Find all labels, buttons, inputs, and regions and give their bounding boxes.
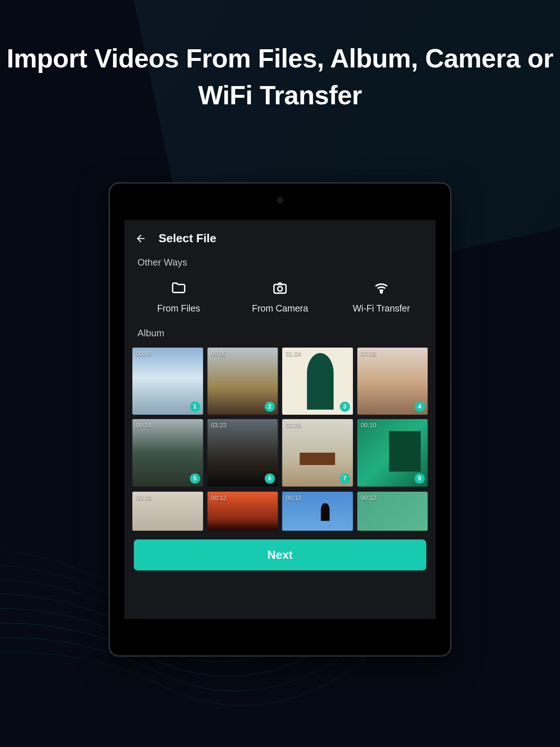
header: Select File [124, 220, 436, 252]
camera-icon [271, 279, 289, 297]
album-grid-partial: 00:18 00:12 00:12 00:12 [124, 487, 436, 531]
from-files-option[interactable]: From Files [128, 279, 229, 314]
video-thumbnail[interactable]: 00:051 [132, 348, 203, 415]
from-files-label: From Files [157, 303, 200, 314]
video-thumbnail[interactable]: 00:18 [132, 492, 203, 531]
duration-label: 00:18 [136, 495, 152, 502]
video-thumbnail[interactable]: 00:154 [357, 348, 428, 415]
from-camera-label: From Camera [252, 303, 308, 314]
marketing-headline: Import Videos From Files, Album, Camera … [0, 0, 560, 114]
video-thumbnail[interactable]: 00:108 [357, 419, 428, 486]
duration-label: 00:05 [136, 351, 152, 358]
selection-badge: 5 [190, 473, 200, 484]
duration-label: 01:04 [286, 351, 302, 358]
video-thumbnail[interactable]: 00:357 [282, 419, 353, 486]
video-thumbnail[interactable]: 00:062 [207, 348, 278, 415]
wifi-transfer-option[interactable]: Wi-Fi Transfer [331, 279, 432, 314]
svg-rect-0 [274, 285, 286, 293]
tablet-camera-dot [277, 197, 283, 203]
selection-badge: 3 [340, 402, 350, 412]
video-thumbnail[interactable]: 00:12 [282, 492, 353, 531]
arrow-left-icon [135, 233, 147, 244]
duration-label: 00:15 [361, 351, 377, 358]
duration-label: 03:23 [211, 422, 227, 429]
next-button[interactable]: Next [134, 539, 426, 570]
duration-label: 00:10 [361, 422, 377, 429]
duration-label: 00:12 [286, 495, 302, 502]
album-grid: 00:051 00:062 01:043 00:154 00:185 03:23… [124, 342, 436, 487]
app-screen: Select File Other Ways From Files [124, 220, 436, 619]
tablet-device-frame: Select File Other Ways From Files [109, 182, 451, 657]
duration-label: 00:18 [136, 422, 152, 429]
video-thumbnail[interactable]: 00:12 [207, 492, 278, 531]
from-camera-option[interactable]: From Camera [229, 279, 331, 314]
page-title: Select File [159, 232, 216, 245]
wifi-transfer-label: Wi-Fi Transfer [353, 303, 410, 314]
section-album: Album [124, 322, 436, 342]
selection-badge: 6 [265, 473, 275, 484]
video-thumbnail[interactable]: 00:185 [132, 419, 203, 486]
back-button[interactable] [135, 232, 147, 245]
selection-badge: 1 [190, 402, 200, 412]
selection-badge: 7 [340, 473, 350, 484]
video-thumbnail[interactable]: 03:236 [207, 419, 278, 486]
folder-icon [170, 279, 187, 297]
svg-point-1 [278, 286, 283, 291]
section-other-ways: Other Ways [124, 252, 436, 272]
import-options-row: From Files From Camera [124, 272, 436, 322]
svg-point-2 [381, 291, 382, 293]
duration-label: 00:06 [211, 351, 227, 358]
duration-label: 00:35 [286, 422, 302, 429]
video-thumbnail[interactable]: 00:12 [357, 492, 428, 531]
wifi-icon [373, 279, 390, 297]
duration-label: 00:12 [211, 495, 227, 502]
video-thumbnail[interactable]: 01:043 [282, 348, 353, 415]
duration-label: 00:12 [361, 495, 377, 502]
selection-badge: 8 [415, 473, 425, 484]
